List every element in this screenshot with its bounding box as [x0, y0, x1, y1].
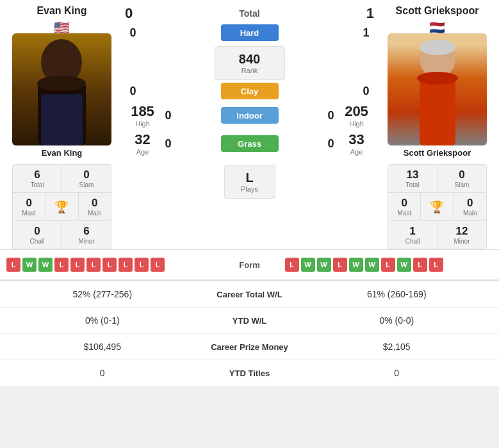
clay-badge: Clay — [221, 83, 279, 99]
right-minor-cell: 12 Minor — [438, 221, 486, 249]
left-age-container: 32 Age — [125, 131, 160, 156]
svg-point-2 — [37, 76, 86, 91]
left-high-container: 185 High — [125, 103, 160, 128]
left-chall-label: Chall — [30, 238, 45, 245]
left-rank-value: 840 — [239, 52, 260, 67]
clay-label: Clay — [241, 87, 258, 96]
left-player-name-bottom: Evan King — [42, 148, 83, 158]
left-total-label: Total — [30, 181, 44, 188]
left-stats-box: 6 Total 0 Slam 0 Mast 🏆 — [12, 164, 111, 249]
right-age-value: 33 — [348, 131, 364, 148]
form-pill: W — [38, 258, 53, 272]
left-career-wl: 52% (277-256) — [13, 289, 192, 299]
grass-label: Grass — [238, 139, 261, 149]
right-player-photo — [388, 33, 487, 145]
form-pill: L — [429, 258, 443, 272]
form-pill: L — [413, 258, 427, 272]
left-minor-cell: 6 Minor — [62, 221, 111, 249]
hard-label: Hard — [240, 28, 259, 38]
form-pill: L — [119, 258, 133, 272]
right-age-container: 33 Age — [339, 131, 374, 156]
right-total-value: 13 — [407, 169, 419, 181]
plays-label: Plays — [241, 185, 258, 193]
right-hard-score: 1 — [358, 26, 374, 40]
right-slam-value: 0 — [459, 169, 464, 181]
right-mast-value: 0 — [401, 197, 407, 210]
prize-row: $106,495 Career Prize Money $2,105 — [0, 334, 499, 360]
right-stats-box: 13 Total 0 Slam 0 Mast 🏆 — [388, 164, 487, 249]
left-total-score: 0 — [125, 5, 133, 22]
form-pill: L — [135, 258, 149, 272]
right-slam-cell: 0 Slam — [438, 165, 486, 192]
left-mast-cell: 0 Mast — [13, 193, 45, 220]
right-trophy-icon: 🏆 — [430, 200, 444, 214]
right-player-name-bottom: Scott Griekspoor — [404, 148, 471, 158]
right-form-pills: LWWLWWLWLL — [285, 258, 493, 272]
right-total-score: 1 — [366, 5, 374, 22]
ytd-titles-label: YTD Titles — [192, 369, 307, 378]
right-total-cell: 13 Total — [388, 165, 438, 192]
form-pill: W — [22, 258, 37, 272]
right-main-cell: 0 Main — [454, 193, 486, 220]
right-chall-label: Chall — [405, 238, 420, 245]
right-mast-label: Mast — [397, 210, 411, 217]
right-mast-cell: 0 Mast — [388, 193, 421, 220]
left-main-label: Main — [88, 210, 102, 217]
hard-score-row: 0 Hard 1 — [119, 23, 380, 42]
left-chall-value: 0 — [34, 225, 40, 238]
high-row-container: 185 High 0 Indoor 0 205 High — [119, 102, 380, 129]
svg-point-5 — [420, 40, 455, 55]
right-clay-score: 0 — [358, 85, 374, 98]
right-grass-score: 0 — [323, 137, 339, 151]
players-section: Evan King 🇺🇸 Evan King 6 — [0, 0, 499, 249]
right-player-flag: 🇳🇱 — [428, 22, 447, 33]
clay-score-row: 0 Clay 0 — [119, 81, 380, 101]
form-pill: W — [301, 258, 315, 272]
indoor-label: Indoor — [236, 111, 262, 120]
left-high-value: 185 — [131, 103, 154, 120]
svg-rect-6 — [420, 77, 455, 145]
form-pill: L — [102, 258, 117, 272]
right-career-wl: 61% (260-169) — [307, 289, 487, 299]
left-hard-score: 0 — [125, 26, 141, 40]
total-score-row: 0 Total 1 — [119, 0, 380, 23]
right-prize: $2,105 — [307, 342, 487, 352]
stats-rows: 52% (277-256) Career Total W/L 61% (260-… — [0, 279, 499, 386]
age-row-container: 32 Age 0 Grass 0 33 Age — [119, 130, 380, 157]
left-ytd-wl: 0% (0-1) — [13, 315, 192, 326]
left-trophy-icon: 🏆 — [54, 200, 69, 214]
right-chall-cell: 1 Chall — [388, 221, 438, 249]
left-age-label: Age — [136, 148, 149, 156]
right-high-value: 205 — [345, 103, 368, 120]
left-player-photo — [12, 33, 111, 145]
left-minor-label: Minor — [78, 238, 94, 245]
form-pill: W — [397, 258, 411, 272]
left-slam-value: 0 — [83, 169, 89, 181]
left-prize: $106,495 — [13, 342, 192, 352]
left-trophy-cell: 🏆 — [45, 193, 78, 220]
left-mast-label: Mast — [22, 210, 36, 217]
left-indoor-score: 0 — [160, 109, 176, 122]
prize-label: Career Prize Money — [192, 342, 307, 352]
form-pill: W — [317, 258, 331, 272]
left-main-value: 0 — [92, 197, 97, 210]
right-indoor-score: 0 — [323, 109, 339, 122]
left-slam-cell: 0 Slam — [62, 165, 111, 192]
right-main-label: Main — [463, 210, 477, 217]
rank-stat-row: 840 Rank — [215, 47, 284, 79]
form-label: Form — [215, 260, 285, 270]
indoor-score-row: 0 Indoor 0 — [160, 107, 339, 124]
career-wl-row: 52% (277-256) Career Total W/L 61% (260-… — [0, 281, 499, 308]
right-ytd-wl: 0% (0-0) — [307, 315, 487, 326]
left-minor-value: 6 — [83, 225, 89, 238]
left-player-name: Evan King — [37, 5, 86, 17]
left-main-cell: 0 Main — [79, 193, 111, 220]
right-player-name: Scott Griekspoor — [396, 5, 479, 17]
hard-badge: Hard — [221, 24, 279, 41]
form-pill: L — [151, 258, 165, 272]
svg-rect-3 — [41, 94, 83, 145]
form-pill: L — [381, 258, 395, 272]
left-slam-label: Slam — [79, 181, 94, 188]
center-stats-box: 840 Rank — [215, 46, 285, 80]
left-clay-score: 0 — [125, 85, 141, 98]
